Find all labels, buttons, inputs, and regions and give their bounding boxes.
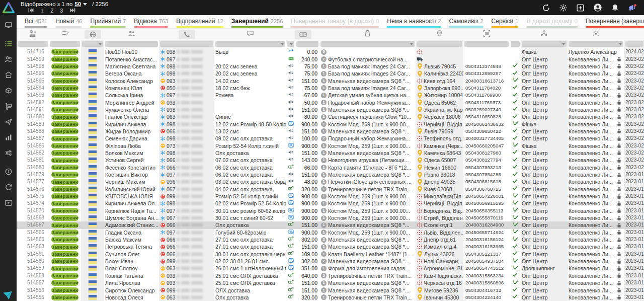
- table-row[interactable]: 514716ЗавершенийНов10 Нов100988 888 8888…: [17, 48, 644, 55]
- table-row[interactable]: 514561ЗавершенийСучилов Олег0668 888 888…: [17, 251, 644, 258]
- per-page-caret-icon[interactable]: [83, 3, 87, 6]
- page-number-1[interactable]: 1: [41, 8, 44, 14]
- sidebar-item-dashboard[interactable]: [5, 21, 13, 31]
- filter-amount[interactable]: [296, 41, 318, 47]
- filter-payment[interactable]: [287, 41, 294, 47]
- table-row[interactable]: 514586ЗавершенийФіліпова Люба0738 888 88…: [17, 142, 644, 149]
- filter-comment[interactable]: [215, 41, 285, 47]
- table-row[interactable]: 514593ЗавершенийСольська Ірина0978 888 8…: [17, 92, 644, 99]
- sidebar-item-marketplace[interactable]: [5, 71, 13, 81]
- table-row[interactable]: 514570ЗавершенийКорнелюк Надія Та...0978…: [17, 207, 644, 214]
- filter-caret-icon[interactable]: [562, 43, 565, 45]
- tab-5[interactable]: Завершений2256: [231, 15, 283, 28]
- table-row[interactable]: 514575ЗавершенийКВІТОВСЬКА ЮЛІЯ0998 888 …: [17, 193, 644, 200]
- add-order-icon[interactable]: [576, 4, 585, 12]
- table-row[interactable]: 514555ЗавершенийНовосад Олеся0638 888 88…: [17, 294, 644, 301]
- column-header-client[interactable]: [104, 29, 159, 40]
- per-page-select[interactable]: 50: [74, 1, 81, 7]
- table-row[interactable]: 514581ЗавершенийУстинов Сергей0668 888 8…: [17, 157, 644, 164]
- table-row[interactable]: 514594ЗавершенийКомпанец Юля0508 888 888…: [17, 85, 644, 92]
- column-header-order-id[interactable]: ID: [17, 29, 49, 40]
- tab-11[interactable]: Повернення (завершений)125: [586, 15, 644, 28]
- refresh-icon[interactable]: [542, 4, 550, 12]
- table-row[interactable]: 514557ЗавершенийЛила Ярослав0938 888 888…: [17, 279, 644, 286]
- filter-id[interactable]: [18, 41, 48, 47]
- table-row[interactable]: 514560ЗавершенийБокоч Иван0998 888 88880…: [17, 258, 644, 265]
- tab-1[interactable]: Новый46: [55, 15, 82, 28]
- table-row[interactable]: 514591ЗавершенийЧумаченко Олена0988 888 …: [17, 106, 644, 113]
- sidebar-item-mailing[interactable]: [5, 118, 13, 128]
- sidebar-item-info[interactable]: [5, 168, 13, 178]
- filter-caret-icon[interactable]: [281, 43, 284, 45]
- table-row[interactable]: 514590ЗавершенийГнатюк Олексндр0638 888 …: [17, 113, 644, 120]
- tab-9[interactable]: Сервіси1: [492, 15, 519, 28]
- filter-caret-icon[interactable]: [99, 43, 102, 45]
- column-header-source[interactable]: [521, 29, 568, 40]
- sidebar-item-integrations[interactable]: [5, 149, 13, 159]
- chat-widget-icon[interactable]: [3, 290, 13, 301]
- column-header-country[interactable]: [81, 29, 104, 40]
- tab-10[interactable]: В дорозі додому0: [526, 15, 577, 28]
- table-row[interactable]: 514559ЗавершенийВлас Слотюу0638 888 8888…: [17, 265, 644, 272]
- table-row[interactable]: 514596ЗавершенийВегера Оксана0988 888 88…: [17, 70, 644, 77]
- tab-4[interactable]: Відправлений12: [176, 15, 223, 28]
- sidebar-item-statistics[interactable]: [5, 133, 13, 143]
- sidebar-item-products[interactable]: [5, 87, 13, 97]
- column-header-date[interactable]: [624, 29, 644, 40]
- column-header-tracking[interactable]: [463, 29, 510, 40]
- app-logo-icon[interactable]: [0, 0, 17, 15]
- table-row[interactable]: 514582ЗавершенийВолков Максим0988 888 88…: [17, 149, 644, 157]
- table-row[interactable]: 514566ЗавершенийГладик Оксана0978 888 88…: [17, 229, 644, 236]
- column-header-delivery-status[interactable]: [510, 29, 521, 40]
- sidebar-item-clients[interactable]: [5, 55, 13, 65]
- table-row[interactable]: 514592ЗавершенийМерклингер Андрей0938 88…: [17, 99, 644, 106]
- tab-2[interactable]: Прийнятий7: [90, 15, 126, 28]
- table-row[interactable]: 514576ЗавершенийКобилинський Юрий0678 88…: [17, 186, 644, 193]
- table-row[interactable]: 514599ЗавершенийПотапенко Анастас...0978…: [17, 55, 644, 62]
- sidebar-item-returns[interactable]: [5, 183, 13, 193]
- column-header-manager[interactable]: [568, 29, 624, 40]
- table-row[interactable]: 514589ЗавершенийКирилич Анжела0988 888 8…: [17, 120, 644, 127]
- tab-8[interactable]: Самовивіз2: [449, 15, 483, 28]
- column-header-products[interactable]: [319, 29, 416, 40]
- account-icon[interactable]: [593, 3, 602, 12]
- announcements-icon[interactable]: [628, 3, 637, 12]
- page-number-3[interactable]: 3: [60, 8, 63, 14]
- table-row[interactable]: 514595ЗавершенийКолосок Александр0938 88…: [17, 77, 644, 84]
- sidebar-item-purchases[interactable]: [5, 102, 13, 112]
- table-row[interactable]: 514556ЗавершенийСиротюк Олександр0998 88…: [17, 286, 644, 293]
- column-header-phone[interactable]: [159, 29, 214, 40]
- filter-source[interactable]: [522, 41, 567, 47]
- table-row[interactable]: 514588ЗавершенийЖидак Володимир0668 888 …: [17, 128, 644, 135]
- filter-products[interactable]: [320, 41, 415, 47]
- gear-icon[interactable]: [559, 4, 568, 12]
- filter-caret-icon[interactable]: [290, 43, 293, 45]
- filter-caret-icon[interactable]: [410, 43, 413, 45]
- table-row[interactable]: 514567ЗавершенийАдамовский Станис...0668…: [17, 221, 644, 229]
- table-row[interactable]: 514587ЗавершенийСеменюк Дарина0988 888 8…: [17, 135, 644, 142]
- table-row[interactable]: 514558ЗавершенийКовпак Татьяна0938 888 8…: [17, 272, 644, 279]
- filter-date[interactable]: [625, 41, 643, 47]
- notifications-bell-icon[interactable]: [611, 4, 619, 12]
- filter-caret-icon[interactable]: [619, 43, 622, 45]
- first-page-button[interactable]: [28, 7, 34, 14]
- sidebar-item-video-tutorials[interactable]: [5, 199, 13, 209]
- filter-manager[interactable]: [569, 41, 623, 47]
- table-row[interactable]: 514579ЗавершенийКостишин Виктор0978 888 …: [17, 171, 644, 178]
- table-row[interactable]: 514563ЗавершенийПетровська Тетяна0668 88…: [17, 243, 644, 250]
- column-header-comment[interactable]: [214, 29, 286, 40]
- table-row[interactable]: 514565ЗавершенийБаюка Максим0668 888 888…: [17, 236, 644, 243]
- filter-status[interactable]: [50, 41, 80, 47]
- tab-7[interactable]: Нема в наявності2: [387, 15, 441, 28]
- tab-3[interactable]: Відмова763: [134, 15, 168, 28]
- table-row[interactable]: 514577ЗавершенийЧерниш Максим0968 888 88…: [17, 178, 644, 185]
- filter-phone[interactable]: [160, 41, 213, 47]
- table-row[interactable]: 514598ЗавершенийМалютина Светлана0988 88…: [17, 63, 644, 70]
- column-header-status[interactable]: [49, 29, 81, 40]
- filter-client[interactable]: [105, 41, 158, 47]
- table-row[interactable]: 514574ЗавершенийКирилич Анжела Ол...0988…: [17, 200, 644, 207]
- filter-delivery-status[interactable]: [511, 41, 520, 47]
- sidebar-item-orders[interactable]: [5, 40, 13, 50]
- column-header-delivery-address[interactable]: [416, 29, 463, 40]
- filter-tracking[interactable]: [464, 41, 509, 47]
